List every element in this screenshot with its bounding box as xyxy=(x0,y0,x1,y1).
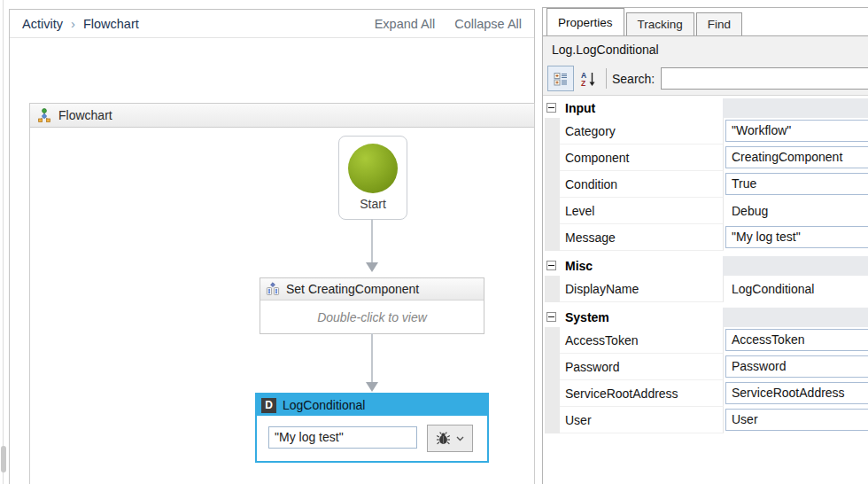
scrollbar-thumb[interactable] xyxy=(1,446,6,472)
invoke-method-icon xyxy=(266,282,280,296)
left-edge-divider xyxy=(3,0,4,484)
row-gutter xyxy=(545,354,560,380)
properties-toolbar: A Z Search: xyxy=(543,62,868,96)
debug-level-dropdown-button[interactable] xyxy=(427,425,473,452)
property-label: AccessToken xyxy=(565,333,638,347)
property-value-editor[interactable]: ServiceRootAddress xyxy=(725,382,868,404)
collapse-expander-icon[interactable] xyxy=(546,261,556,270)
flowchart-icon xyxy=(37,108,51,122)
connector-line xyxy=(371,219,373,263)
property-value-editor[interactable]: "My log test" xyxy=(725,226,868,248)
section-header-band xyxy=(723,98,868,118)
property-label: Level xyxy=(565,204,594,218)
section-header-band xyxy=(723,256,868,276)
alphabetical-sort-button[interactable]: A Z xyxy=(574,66,602,90)
toolbar-separator xyxy=(606,68,607,89)
set-activity-collapsed-hint[interactable]: Double-click to view xyxy=(260,301,484,333)
property-value-editor[interactable]: "Workflow" xyxy=(725,120,868,142)
property-row-condition: ConditionTrue xyxy=(545,171,868,198)
workflow-designer-window: Activity Flowchart Expand All Collapse A… xyxy=(0,0,868,484)
property-row-component: ComponentCreatingComponent xyxy=(545,144,868,171)
categorized-icon xyxy=(554,72,568,86)
property-label: Message xyxy=(565,230,616,245)
property-value-editor[interactable]: AccessToken xyxy=(725,329,868,351)
row-gutter xyxy=(545,327,560,354)
logconditional-title: LogConditional xyxy=(283,398,365,412)
tab-tracking[interactable]: Tracking xyxy=(626,12,694,35)
property-value-editor[interactable]: Password xyxy=(725,355,868,378)
logconditional-activity[interactable]: D LogConditional "My log test" xyxy=(255,393,489,463)
property-label: ServiceRootAddress xyxy=(565,386,678,401)
search-label: Search: xyxy=(612,72,655,86)
row-gutter xyxy=(545,224,560,251)
connector-arrowhead-icon xyxy=(366,262,378,272)
property-value-editor[interactable]: CreatingComponent xyxy=(725,146,868,168)
logconditional-body: "My log test" xyxy=(257,416,487,459)
section-name: Misc xyxy=(565,259,593,273)
search-input[interactable] xyxy=(661,67,868,90)
row-gutter xyxy=(545,144,560,171)
collapse-expander-icon[interactable] xyxy=(546,103,556,113)
connector-arrowhead-icon xyxy=(366,382,378,392)
svg-text:Z: Z xyxy=(581,78,585,87)
property-row-servicerootaddress: ServiceRootAddressServiceRootAddress xyxy=(545,380,868,407)
property-label: DisplayName xyxy=(565,282,639,296)
tab-properties[interactable]: Properties xyxy=(546,8,624,35)
property-row-category: Category"Workflow" xyxy=(545,118,868,144)
tab-find[interactable]: Find xyxy=(696,12,742,35)
section-name: Input xyxy=(565,101,595,115)
flowchart-title: Flowchart xyxy=(58,108,112,122)
breadcrumb-activity[interactable]: Activity xyxy=(22,17,63,31)
set-activity-title: Set CreatingComponent xyxy=(286,282,419,296)
row-gutter xyxy=(545,407,560,433)
property-value-editor[interactable]: LogConditional xyxy=(726,276,868,302)
collapse-all-button[interactable]: Collapse All xyxy=(454,17,522,31)
property-row-accesstoken: AccessTokenAccessToken xyxy=(545,327,868,354)
properties-panel: PropertiesTrackingFind Log.LogConditiona… xyxy=(542,7,868,484)
property-value-editor[interactable]: Debug xyxy=(726,198,868,224)
row-gutter xyxy=(545,118,560,144)
logconditional-header[interactable]: D LogConditional xyxy=(257,394,487,416)
set-creatingcomponent-activity[interactable]: Set CreatingComponent Double-click to vi… xyxy=(260,277,484,334)
property-row-level: LevelDebug xyxy=(545,198,868,224)
property-value-editor[interactable]: True xyxy=(725,173,868,195)
message-expression-box[interactable]: "My log test" xyxy=(268,426,417,449)
property-row-user: UserUser xyxy=(545,407,868,433)
breadcrumb-flowchart[interactable]: Flowchart xyxy=(83,17,139,31)
property-label: Password xyxy=(565,360,619,374)
start-label: Start xyxy=(360,197,386,211)
debug-badge-icon: D xyxy=(261,398,276,413)
breadcrumb-chevron-icon xyxy=(71,16,75,31)
property-row-password: PasswordPassword xyxy=(545,354,868,380)
property-row-displayname: DisplayNameLogConditional xyxy=(545,276,868,302)
row-gutter xyxy=(545,380,560,407)
property-label: Category xyxy=(565,124,616,138)
collapse-expander-icon[interactable] xyxy=(546,312,556,322)
property-label: Condition xyxy=(565,177,617,191)
property-row-message: Message"My log test" xyxy=(545,224,868,251)
start-circle-icon xyxy=(348,144,398,193)
expand-all-button[interactable]: Expand All xyxy=(375,17,436,31)
az-sort-icon: A Z xyxy=(579,71,597,87)
section-header-band xyxy=(723,308,868,327)
flowchart-header[interactable]: Flowchart xyxy=(30,104,534,128)
property-value-editor[interactable]: User xyxy=(725,409,868,431)
start-node[interactable]: Start xyxy=(338,136,407,220)
property-label: User xyxy=(565,413,592,427)
section-header-system[interactable]: System xyxy=(545,308,868,327)
categorized-view-button[interactable] xyxy=(547,66,574,91)
row-gutter xyxy=(545,276,560,302)
chevron-down-icon xyxy=(456,436,464,441)
property-label: Component xyxy=(565,151,629,165)
row-gutter xyxy=(545,198,560,224)
selection-title-bar: Log.LogConditional xyxy=(543,36,868,62)
section-header-misc[interactable]: Misc xyxy=(545,256,868,276)
connector-line xyxy=(371,333,373,383)
bug-icon xyxy=(436,431,451,446)
set-activity-header[interactable]: Set CreatingComponent xyxy=(260,278,484,301)
section-header-input[interactable]: Input xyxy=(545,98,868,118)
section-name: System xyxy=(565,310,609,324)
selection-title: Log.LogConditional xyxy=(552,43,659,57)
properties-tabs: PropertiesTrackingFind xyxy=(543,8,868,36)
breadcrumb-bar: Activity Flowchart Expand All Collapse A… xyxy=(10,10,534,38)
